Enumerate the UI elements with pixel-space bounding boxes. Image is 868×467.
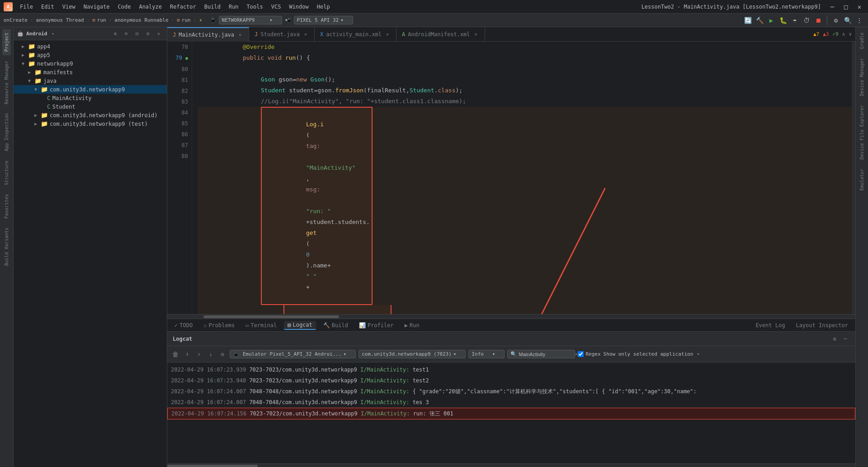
menu-run[interactable]: Run <box>225 2 242 12</box>
panel-action-sort[interactable]: ≡ <box>122 29 131 38</box>
right-scrollbar[interactable] <box>852 42 855 314</box>
terminal-icon: ▭ <box>245 322 249 329</box>
debug-icon[interactable]: 🐛 <box>778 15 788 25</box>
bottom-tool-tabs: ✓ TODO ⚠ Problems ▭ Terminal ▤ Logcat 🔨 … <box>167 319 855 331</box>
code-content[interactable]: @Override public void run () { <box>192 42 852 314</box>
logcat-search-input[interactable] <box>519 352 573 357</box>
menu-view[interactable]: View <box>59 2 79 12</box>
tab-build[interactable]: 🔨 Build <box>320 321 352 329</box>
coverage-icon[interactable]: ☂ <box>790 15 800 25</box>
run-icon[interactable]: ▶ <box>766 15 776 25</box>
tab-manifest[interactable]: A AndroidManifest.xml ✕ <box>396 27 485 42</box>
sidebar-tab-resource[interactable]: Resource Manager <box>2 57 11 108</box>
expand-warnings-icon[interactable]: ∧ <box>842 31 845 37</box>
tab-todo[interactable]: ✓ TODO <box>171 321 196 329</box>
maximize-button[interactable]: □ <box>841 2 851 12</box>
tab-activity-xml[interactable]: X activity_main.xml ✕ <box>315 27 396 42</box>
h-scroll-thumb[interactable] <box>203 315 339 318</box>
panel-action-close[interactable]: ✕ <box>154 29 163 38</box>
right-tab-device-file[interactable]: Device File Explorer <box>858 101 866 163</box>
horizontal-scrollbar[interactable] <box>167 314 855 319</box>
tree-item-test[interactable]: ▶ 📁 com.unity3d.networkapp9 (test) <box>14 119 167 128</box>
tab-student[interactable]: J Student.java ✕ <box>249 27 315 42</box>
tree-item-app4[interactable]: ▶ 📁 app4 <box>14 42 167 51</box>
stop-icon[interactable]: ⏹ <box>813 15 823 25</box>
breadcrumb-run1[interactable]: run <box>97 17 106 23</box>
logcat-settings-icon[interactable]: ⚙ <box>830 334 839 343</box>
tab-run[interactable]: ▶ Run <box>401 321 423 329</box>
pixel-selector[interactable]: PIXEL 5 API 32 ▾ <box>294 16 353 24</box>
close-button[interactable]: ✕ <box>854 2 864 12</box>
tree-item-com-unity3d[interactable]: ▼ 📁 com.unity3d.networkapp9 <box>14 85 167 94</box>
right-tab-emulator[interactable]: Emulator <box>858 165 866 194</box>
tree-item-student[interactable]: C Student <box>14 102 167 111</box>
search-icon[interactable]: 🔍 <box>843 15 853 25</box>
logcat-h-scrollbar[interactable] <box>167 463 855 467</box>
logcat-up-icon[interactable]: ↑ <box>194 350 203 359</box>
breadcrumb-runnable[interactable]: anonymous Runnable <box>114 17 168 23</box>
sidebar-tab-project[interactable]: Project <box>2 29 11 55</box>
tab-close-manifest[interactable]: ✕ <box>473 31 479 38</box>
logcat-content[interactable]: 2022-04-29 16:07:23.939 7023-7023/com.un… <box>167 362 855 463</box>
logcat-h-scroll-thumb[interactable] <box>167 465 258 467</box>
breadcrumb-run2[interactable]: run <box>182 17 191 23</box>
panel-action-collapse[interactable]: ⊟ <box>132 29 142 38</box>
tab-close-mainactivity[interactable]: ✕ <box>237 32 243 38</box>
right-tab-device-manager[interactable]: Device Manager <box>858 54 866 100</box>
menu-analyze[interactable]: Analyze <box>135 2 165 12</box>
logcat-close-icon[interactable]: ─ <box>841 334 850 343</box>
logcat-scroll-end-icon[interactable]: ⬇ <box>183 350 192 359</box>
tab-terminal[interactable]: ▭ Terminal <box>242 321 280 329</box>
search-clear-icon[interactable]: ✕ <box>575 351 578 357</box>
menu-refactor[interactable]: Refactor <box>166 2 200 12</box>
tree-item-app5[interactable]: ▶ 📁 app5 <box>14 51 167 59</box>
menu-vcs[interactable]: VCS <box>268 2 285 12</box>
breadcrumb-thread[interactable]: anonymous Thread <box>36 17 84 23</box>
level-dropdown[interactable]: Info ▾ <box>468 350 505 358</box>
device-selector[interactable]: NETWORKAPP9 ▾ <box>219 16 282 24</box>
settings-icon[interactable]: ⚙ <box>831 15 841 25</box>
minimize-button[interactable]: ─ <box>827 2 837 12</box>
sidebar-tab-appinspection[interactable]: App Inspection <box>2 110 11 155</box>
tab-event-log[interactable]: Event Log <box>752 321 788 329</box>
menu-tools[interactable]: Tools <box>243 2 267 12</box>
logcat-search-field[interactable]: 🔍 ✕ <box>507 350 575 358</box>
tab-mainactivity[interactable]: J MainActivity.java ✕ <box>167 27 249 42</box>
sidebar-tab-favorites[interactable]: Favorites <box>2 191 11 222</box>
menu-edit[interactable]: Edit <box>38 2 58 12</box>
menu-code[interactable]: Code <box>114 2 135 12</box>
logcat-down-icon[interactable]: ↓ <box>206 350 215 359</box>
menu-build[interactable]: Build <box>201 2 224 12</box>
logcat-filter-icon[interactable]: ⚙ <box>218 350 227 359</box>
menu-navigate[interactable]: Navigate <box>80 2 113 12</box>
sidebar-tab-buildvariants[interactable]: Build Variants <box>2 224 11 269</box>
tree-item-manifests[interactable]: ▶ 📁 manifests <box>14 68 167 76</box>
tab-logcat[interactable]: ▤ Logcat <box>284 321 316 330</box>
build-hammer-icon[interactable]: 🔨 <box>755 15 764 25</box>
sync-icon[interactable]: 🔄 <box>743 15 753 25</box>
panel-action-settings[interactable]: ⚙ <box>143 29 152 38</box>
collapse-warnings-icon[interactable]: ∨ <box>849 31 852 37</box>
logcat-clear-icon[interactable]: 🗑 <box>171 350 180 359</box>
sidebar-tab-structure[interactable]: Structure <box>2 157 11 189</box>
menu-help[interactable]: Help <box>313 2 334 12</box>
menu-file[interactable]: File <box>16 2 37 12</box>
tree-item-networkapp9[interactable]: ▼ 📁 networkapp9 <box>14 59 167 68</box>
breadcrumb-oncreate[interactable]: onCreate <box>4 17 28 23</box>
tab-problems[interactable]: ⚠ Problems <box>200 321 238 329</box>
menu-window[interactable]: Window <box>285 2 312 12</box>
emulator-dropdown[interactable]: 📱 Emulator Pixel_5_API_32 Androi... ▾ <box>230 350 356 358</box>
tab-profiler[interactable]: 📊 Profiler <box>355 321 397 329</box>
tree-item-mainactivity[interactable]: C MainActivity <box>14 94 167 102</box>
profile-icon[interactable]: ⏱ <box>802 15 811 25</box>
tree-item-android-test[interactable]: ▶ 📁 com.unity3d.networkapp9 (android) <box>14 111 167 119</box>
tab-layout-inspector[interactable]: Layout Inspector <box>792 321 852 329</box>
package-dropdown[interactable]: com.unity3d.networkapp9 (7023) ▾ <box>359 350 466 358</box>
tree-item-java[interactable]: ▼ 📁 java <box>14 76 167 85</box>
regex-checkbox[interactable] <box>578 351 584 357</box>
tab-close-activity-xml[interactable]: ✕ <box>384 31 391 38</box>
more-icon[interactable]: ⋮ <box>854 15 864 25</box>
tab-close-student[interactable]: ✕ <box>302 31 309 38</box>
right-tab-gradle[interactable]: Gradle <box>858 29 866 52</box>
panel-action-scope[interactable]: ⊕ <box>111 29 120 38</box>
